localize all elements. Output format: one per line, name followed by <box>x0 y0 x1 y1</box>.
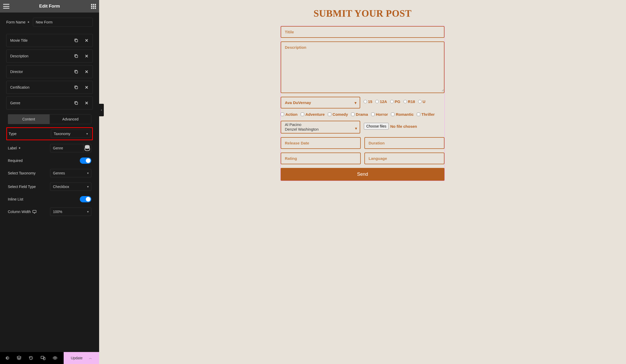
cert-radio[interactable] <box>404 100 407 103</box>
duplicate-icon[interactable] <box>74 54 79 58</box>
svg-rect-4 <box>75 102 78 105</box>
svg-rect-3 <box>75 87 78 89</box>
duplicate-icon[interactable] <box>74 101 79 105</box>
rating-input[interactable] <box>281 153 360 164</box>
panel-tabs: Content Advanced <box>8 114 91 124</box>
genre-checkbox[interactable] <box>417 113 420 116</box>
form-name-row: Form Name ✦ <box>6 18 93 27</box>
genre-option[interactable]: Adventure <box>301 112 325 117</box>
actor-option[interactable]: Denzel Washington <box>285 127 353 132</box>
cert-option[interactable]: U <box>418 99 425 104</box>
duplicate-icon[interactable] <box>74 85 79 90</box>
sparkle-icon: ✦ <box>18 146 21 150</box>
prop-inline-list-label: Inline List <box>8 197 47 201</box>
svg-rect-1 <box>75 55 78 58</box>
prop-select-taxonomy-row: Select Taxonomy Genres <box>8 169 91 177</box>
genre-checkbox[interactable] <box>328 113 331 116</box>
field-item[interactable]: Description <box>6 50 93 63</box>
svg-rect-6 <box>33 210 36 213</box>
genre-checkbox[interactable] <box>371 113 375 116</box>
close-icon[interactable] <box>84 38 89 43</box>
cert-option[interactable]: R18 <box>404 99 415 104</box>
close-icon[interactable] <box>84 85 89 90</box>
required-toggle[interactable] <box>80 157 91 164</box>
cert-option[interactable]: PG <box>390 99 400 104</box>
prop-label-row: Label ✦ <box>8 144 91 152</box>
release-date-input[interactable] <box>281 138 360 148</box>
collapse-sidebar-tab[interactable]: ‹ <box>99 104 104 116</box>
field-item[interactable]: Genre <box>6 96 93 110</box>
duplicate-icon[interactable] <box>74 38 79 43</box>
prop-select-field-type-row: Select Field Type Checkbox <box>8 183 91 191</box>
field-item-label: Movie Title <box>10 38 74 43</box>
actor-option[interactable]: Al Pacino <box>285 122 353 127</box>
hamburger-icon[interactable] <box>3 4 9 9</box>
layers-icon[interactable] <box>17 356 21 360</box>
field-item-label: Director <box>10 70 74 74</box>
title-field <box>281 26 444 38</box>
field-item[interactable]: Certification <box>6 81 93 94</box>
genre-checkbox[interactable] <box>281 113 284 116</box>
genre-option[interactable]: Drama <box>351 112 368 117</box>
tab-content[interactable]: Content <box>8 114 50 124</box>
field-item[interactable]: Movie Title <box>6 34 93 47</box>
prop-type-row: Type Taxonomy <box>6 127 93 140</box>
cert-radio[interactable] <box>418 100 422 103</box>
field-item-label: Genre <box>10 101 74 105</box>
cert-option[interactable]: 12A <box>375 99 387 104</box>
desktop-icon[interactable] <box>32 210 37 214</box>
file-upload-field: Choose files No file chosen <box>364 121 444 130</box>
inline-list-toggle[interactable] <box>80 196 91 202</box>
sparkle-icon: ✦ <box>27 20 30 24</box>
genre-option[interactable]: Comedy <box>328 112 348 117</box>
select-field-type-select[interactable]: Checkbox <box>50 183 91 191</box>
choose-files-button[interactable]: Choose files <box>364 123 389 130</box>
prop-label-input[interactable] <box>50 144 83 152</box>
title-input[interactable] <box>281 27 444 37</box>
preview-canvas: SUBMIT YOUR POST Ava DuVernay 15 12A PG … <box>99 0 626 364</box>
genre-option[interactable]: Action <box>281 112 298 117</box>
cert-radio[interactable] <box>364 100 367 103</box>
language-input[interactable] <box>365 153 444 164</box>
field-list: Movie TitleDescriptionDirectorCertificat… <box>6 34 93 110</box>
svg-point-9 <box>55 357 56 359</box>
rating-field <box>281 153 361 164</box>
no-file-text: No file chosen <box>390 124 417 129</box>
cert-radio[interactable] <box>375 100 379 103</box>
genre-option[interactable]: Thriller <box>417 112 435 117</box>
prop-select-field-type-label: Select Field Type <box>8 185 47 189</box>
prop-inline-list-row: Inline List <box>8 196 91 202</box>
close-icon[interactable] <box>84 69 89 74</box>
genre-option[interactable]: Romantic <box>391 112 413 117</box>
cert-radio[interactable] <box>390 100 394 103</box>
genre-checkbox[interactable] <box>301 113 304 116</box>
history-icon[interactable] <box>29 356 33 360</box>
close-icon[interactable] <box>84 101 89 105</box>
director-field: Ava DuVernay <box>281 97 360 108</box>
apps-grid-icon[interactable] <box>91 4 96 9</box>
description-textarea[interactable] <box>281 42 444 92</box>
settings-icon[interactable] <box>5 356 9 360</box>
select-taxonomy-select[interactable]: Genres <box>50 169 91 177</box>
tab-advanced[interactable]: Advanced <box>50 114 91 124</box>
genre-option[interactable]: Horror <box>371 112 388 117</box>
language-field <box>364 153 444 164</box>
field-item[interactable]: Director <box>6 65 93 78</box>
actors-select[interactable]: Al PacinoDenzel Washington <box>281 121 360 133</box>
form-name-input[interactable] <box>33 18 93 27</box>
responsive-icon[interactable] <box>41 356 45 360</box>
prop-required-row: Required <box>8 157 91 164</box>
close-icon[interactable] <box>84 54 89 58</box>
genre-checkbox[interactable] <box>351 113 354 116</box>
genre-checkbox[interactable] <box>391 113 394 116</box>
prop-type-select[interactable]: Taxonomy <box>51 130 91 138</box>
director-select[interactable]: Ava DuVernay <box>281 97 360 108</box>
duplicate-icon[interactable] <box>74 69 79 74</box>
duration-input[interactable] <box>365 138 444 148</box>
update-button[interactable]: Update ︿ <box>64 352 99 364</box>
send-button[interactable]: Send <box>281 168 444 181</box>
column-width-select[interactable]: 100% <box>50 208 91 216</box>
preview-icon[interactable] <box>53 356 57 360</box>
database-icon[interactable] <box>83 144 91 152</box>
cert-option[interactable]: 15 <box>364 99 372 104</box>
